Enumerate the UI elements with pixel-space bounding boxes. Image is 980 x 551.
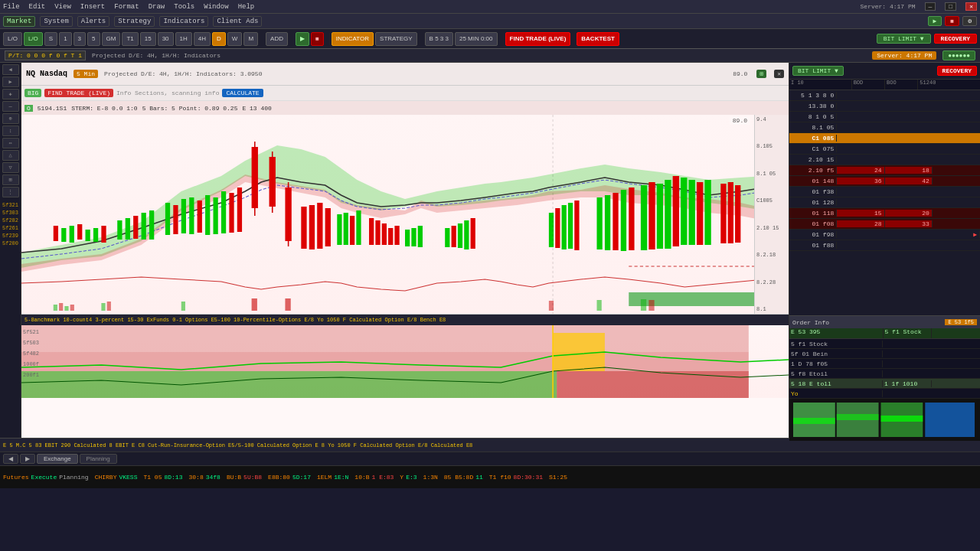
ask-r4: 33 xyxy=(885,220,933,227)
close-btn[interactable]: ✕ xyxy=(965,2,977,11)
sidebar-btn-5[interactable]: ⊕ xyxy=(2,113,19,124)
sidebar-btn-4[interactable]: — xyxy=(2,101,19,112)
tb-findtrade-btn[interactable]: FIND TRADE (LIVE) xyxy=(505,32,571,46)
price-4: 8.1 05 xyxy=(789,124,837,131)
mini-chart-svg xyxy=(789,399,980,441)
menu-help[interactable]: Help xyxy=(238,3,255,11)
svg-rect-61 xyxy=(629,187,634,250)
server-time-status: Server: 4:17 PM xyxy=(872,51,936,60)
chart-timeframe[interactable]: 5 Min xyxy=(74,70,98,78)
ohlc-open-label: O xyxy=(24,105,33,112)
sidebar-btn-1[interactable]: ◀ xyxy=(2,64,19,75)
tb-1h-btn[interactable]: 1H xyxy=(175,32,192,46)
minimize-btn[interactable]: — xyxy=(925,2,936,11)
sidebar-btn-9[interactable]: ▽ xyxy=(2,162,19,173)
tb-3m-btn[interactable]: 3 xyxy=(74,32,86,46)
toolbar2-alerts[interactable]: Alerts xyxy=(77,16,109,27)
menu-insert[interactable]: Insert xyxy=(80,3,105,11)
tab-exchange[interactable]: Exchange xyxy=(37,454,78,464)
chart-area[interactable]: NQ Nasdaq 5 Min Projected D/E: 4H, 1H/H:… xyxy=(21,63,789,438)
ticker-sym-13: S1:25 xyxy=(549,474,567,481)
tb-1m-btn[interactable]: 1 xyxy=(59,32,71,46)
tb-5m-btn[interactable]: 5 xyxy=(87,32,100,46)
oscillator-panel: 5-8anchmark 10-count4 3-percent 15-30 Ex… xyxy=(21,314,789,398)
menu-edit[interactable]: Edit xyxy=(29,3,46,11)
tb-t1-btn[interactable]: T1 xyxy=(122,32,138,46)
tb-lo-btn[interactable]: L/O xyxy=(3,32,22,46)
sidebar-btn-8[interactable]: △ xyxy=(2,150,19,161)
price-2: 13.38 0 xyxy=(789,103,837,109)
chart-close-btn[interactable]: ✕ xyxy=(774,70,784,78)
svg-rect-81 xyxy=(107,302,111,311)
toolbar2-clientads[interactable]: Client Ads xyxy=(213,16,262,27)
toolbar2-strategy[interactable]: Strategy xyxy=(114,16,155,27)
ask-r3: 20 xyxy=(885,210,933,217)
stop-button[interactable]: ■ xyxy=(945,16,959,26)
menu-view[interactable]: View xyxy=(54,3,71,11)
toolbar2-system[interactable]: System xyxy=(40,16,72,27)
tb-15m-btn[interactable]: 15 xyxy=(140,32,156,46)
settings-icon[interactable]: ⚙ xyxy=(962,16,977,26)
tb-25min-btn[interactable]: 25 MIN 0:00 xyxy=(455,32,498,46)
tab-planning[interactable]: Planning xyxy=(80,454,117,464)
tb-backtest-btn[interactable]: BACKTEST xyxy=(577,32,619,46)
toolbar2-indicators[interactable]: Indicators xyxy=(159,16,208,27)
sidebar-btn-7[interactable]: ⇔ xyxy=(2,138,19,148)
menu-draw[interactable]: Draw xyxy=(149,3,165,11)
tb-add-btn[interactable]: ADD xyxy=(266,32,288,46)
svg-rect-59 xyxy=(612,193,618,250)
nav-btn-2[interactable]: ▶ xyxy=(20,454,35,464)
tb-stop-btn[interactable]: ■ xyxy=(311,32,324,46)
right-recovery-btn[interactable]: RECOVERY xyxy=(937,66,977,76)
calculate-btn[interactable]: CALCULATE xyxy=(222,89,263,97)
svg-rect-103 xyxy=(881,416,923,422)
tb-strategy-btn[interactable]: STRATEGY xyxy=(375,32,417,46)
ohlc-high-val: STERM: E-8 0.0 1:0 xyxy=(71,105,137,112)
price-r4: 01 f08 xyxy=(789,220,837,227)
tb-indicator-btn[interactable]: INDICATOR xyxy=(332,32,374,46)
order-row-4: 5 f8 Etoil xyxy=(789,369,980,379)
menu-file[interactable]: File xyxy=(3,3,20,11)
tb-w-btn[interactable]: W xyxy=(227,32,243,46)
oscillator-text: 5-8anchmark 10-count4 3-percent 15-30 Ex… xyxy=(24,317,446,323)
svg-rect-73 xyxy=(735,185,740,243)
tb-m-btn[interactable]: M xyxy=(243,32,258,46)
sidebar-btn-6[interactable]: ↕ xyxy=(2,126,19,136)
chart-zoom-btn[interactable]: ⊞ xyxy=(756,70,766,78)
tb-s-btn[interactable]: S xyxy=(44,32,57,46)
ticker-item-7: 1ELM 1E:N xyxy=(317,474,348,481)
tb-d-btn[interactable]: D xyxy=(212,32,226,46)
svg-rect-27 xyxy=(237,187,242,232)
bit-limit-btn[interactable]: BIT LIMIT ▼ xyxy=(877,34,931,44)
nav-btn-1[interactable]: ◀ xyxy=(3,454,18,464)
tb-30m-btn[interactable]: 30 xyxy=(158,32,174,46)
sidebar-btn-2[interactable]: ▶ xyxy=(2,77,19,87)
sidebar-btn-10[interactable]: ⊞ xyxy=(2,174,19,185)
recovery-btn[interactable]: RECOVERY xyxy=(934,34,977,44)
tb-play-btn[interactable]: ▶ xyxy=(296,32,309,46)
go-button[interactable]: ▶ xyxy=(928,16,942,26)
order-row-yo: Yo xyxy=(789,389,980,399)
svg-rect-72 xyxy=(728,182,733,243)
tb-gm-btn[interactable]: GM xyxy=(102,32,121,46)
candle-down-1 xyxy=(252,147,258,208)
sidebar-btn-11[interactable]: ⋮ xyxy=(2,187,19,197)
left-price-2: 5f303 xyxy=(2,210,18,216)
menu-format[interactable]: Format xyxy=(114,3,139,11)
toolbar2-market[interactable]: Market xyxy=(3,16,35,27)
tb-live-btn[interactable]: L/O xyxy=(24,32,43,46)
menu-window[interactable]: Window xyxy=(204,3,228,11)
sidebar-btn-3[interactable]: ✚ xyxy=(2,89,19,99)
maximize-btn[interactable]: □ xyxy=(945,2,956,11)
menu-tools[interactable]: Tools xyxy=(174,3,194,11)
price-row-red-1: 2.10 f5 24 18 xyxy=(789,165,980,176)
svg-rect-45 xyxy=(411,228,416,246)
ticker-item-6: E8B:80 5D:17 xyxy=(268,474,311,481)
ticker-sym-12: T1 f10 xyxy=(489,474,511,481)
chart-canvas[interactable]: 9.4 8.105 8.1 05 C1085 2.10 15 8.2.18 8.… xyxy=(21,115,789,314)
tb-b5-btn[interactable]: B 5 3 3 xyxy=(425,32,453,46)
tb-4h-btn[interactable]: 4H xyxy=(194,32,211,46)
order-label-3: 1 D 78 f05 xyxy=(789,360,883,367)
price-5: C1 075 xyxy=(789,145,837,152)
status-bar: P/T: 0 0 0 f 0 f T 1 Projected D/E: 4H, … xyxy=(0,49,980,63)
